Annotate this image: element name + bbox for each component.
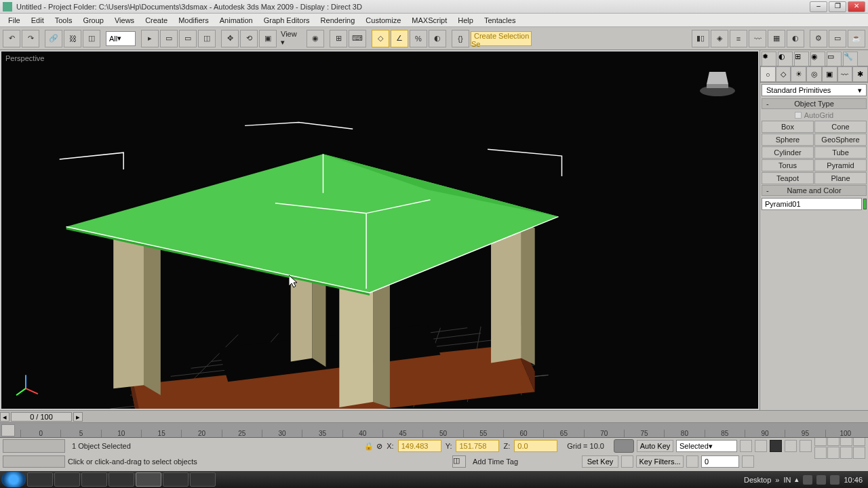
undo-button[interactable]: ↶: [3, 30, 20, 47]
teapot-button[interactable]: Teapot: [762, 172, 814, 184]
spinner-snap-button[interactable]: ◐: [429, 30, 446, 47]
viewcube[interactable]: [697, 64, 738, 98]
track-bar-button[interactable]: [1, 424, 15, 436]
fov-button[interactable]: [814, 447, 827, 459]
lock-icon[interactable]: 🔒: [364, 442, 374, 451]
maximize-viewport-button[interactable]: [853, 447, 865, 459]
rotate-button[interactable]: ⟲: [240, 30, 258, 47]
redo-button[interactable]: ↷: [22, 30, 39, 47]
time-config-button[interactable]: [742, 455, 754, 468]
taskbar-app2-icon[interactable]: [190, 472, 216, 487]
taskbar-3dsmax-icon[interactable]: [136, 472, 161, 487]
render-setup-button[interactable]: ⚙: [810, 30, 827, 47]
select-button[interactable]: ▸: [141, 30, 159, 47]
tray-volume-icon[interactable]: [830, 475, 840, 485]
x-coord-input[interactable]: [398, 440, 441, 452]
menu-maxscript[interactable]: MAXScript: [406, 15, 452, 26]
menu-edit[interactable]: Edit: [26, 15, 50, 26]
key-mode-dropdown[interactable]: Selected ▾: [676, 440, 737, 452]
move-button[interactable]: ✥: [221, 30, 239, 47]
manipulate-button[interactable]: ⊞: [330, 30, 347, 47]
panel-hierarchy-tab[interactable]: ⊞: [794, 52, 809, 66]
goto-start-button[interactable]: [740, 440, 752, 452]
cone-button[interactable]: Cone: [814, 121, 867, 133]
systems-tab[interactable]: ✱: [852, 66, 868, 82]
time-prev-button[interactable]: ◂: [0, 412, 9, 422]
menu-group[interactable]: Group: [77, 15, 109, 26]
add-time-tag-button[interactable]: Add Time Tag: [469, 458, 522, 466]
render-frame-button[interactable]: ▭: [829, 30, 846, 47]
play-button[interactable]: [770, 440, 782, 452]
category-dropdown[interactable]: Standard Primitives▾: [762, 84, 867, 96]
window-crossing-button[interactable]: ◫: [198, 30, 216, 47]
time-slider[interactable]: ◂ 0 / 100 ▸: [0, 411, 868, 423]
cameras-tab[interactable]: ◎: [806, 66, 822, 82]
snap-toggle-button[interactable]: ◇: [372, 30, 389, 47]
menu-customize[interactable]: Customize: [360, 15, 406, 26]
edit-named-sel-button[interactable]: {}: [452, 30, 469, 47]
object-name-input[interactable]: [762, 198, 862, 210]
angle-snap-button[interactable]: ∠: [391, 30, 408, 47]
percent-snap-button[interactable]: %: [410, 30, 427, 47]
name-color-rollout[interactable]: -Name and Color: [762, 185, 867, 196]
selection-lock-icon[interactable]: ⊘: [376, 442, 382, 451]
select-name-button[interactable]: ▭: [160, 30, 178, 47]
prev-frame-button[interactable]: [755, 440, 767, 452]
menu-create[interactable]: Create: [140, 15, 173, 26]
shapes-tab[interactable]: ◇: [776, 66, 791, 82]
object-type-rollout[interactable]: -Object Type: [762, 98, 867, 109]
taskbar-explorer-icon[interactable]: [27, 472, 53, 487]
unlink-button[interactable]: ⛓: [64, 30, 81, 47]
minimize-button[interactable]: –: [810, 1, 827, 12]
tray-chevron-icon[interactable]: »: [775, 476, 779, 484]
clock[interactable]: 10:46: [844, 476, 863, 484]
menu-rendering[interactable]: Rendering: [315, 15, 361, 26]
tray-up-icon[interactable]: ▴: [795, 475, 799, 484]
orbit-button[interactable]: [840, 447, 852, 459]
scale-button[interactable]: ▣: [259, 30, 277, 47]
script-listener-box[interactable]: [3, 455, 65, 468]
menu-graph-editors[interactable]: Graph Editors: [258, 15, 315, 26]
set-key-button[interactable]: Set Key: [582, 455, 618, 468]
menu-tentacles[interactable]: Tentacles: [479, 15, 521, 26]
time-slider-handle[interactable]: 0 / 100: [11, 412, 72, 422]
close-button[interactable]: ✕: [848, 1, 865, 12]
reference-coord-dropdown[interactable]: View ▾: [278, 30, 305, 47]
panel-motion-tab[interactable]: ◉: [810, 52, 825, 66]
sphere-button[interactable]: Sphere: [762, 134, 814, 146]
material-editor-button[interactable]: ◐: [787, 30, 804, 47]
box-button[interactable]: Box: [762, 121, 814, 133]
tube-button[interactable]: Tube: [814, 146, 867, 159]
pivot-button[interactable]: ◉: [307, 30, 324, 47]
panel-modify-tab[interactable]: ◐: [778, 52, 793, 66]
spacewarps-tab[interactable]: 〰: [837, 66, 853, 82]
viewport[interactable]: Perspective: [0, 50, 760, 410]
z-coord-input[interactable]: [514, 440, 557, 452]
tray-network-icon[interactable]: [816, 475, 826, 485]
panel-utilities-tab[interactable]: 🔧: [843, 52, 858, 66]
menu-tools[interactable]: Tools: [50, 15, 78, 26]
autogrid-checkbox[interactable]: AutoGrid: [760, 110, 868, 121]
pyramid-button[interactable]: Pyramid: [814, 159, 867, 171]
auto-key-button[interactable]: Auto Key: [637, 440, 673, 452]
menu-modifiers[interactable]: Modifiers: [173, 15, 214, 26]
plane-button[interactable]: Plane: [814, 172, 867, 184]
mirror-button[interactable]: ▮▯: [692, 30, 709, 47]
set-key-icon[interactable]: [621, 455, 633, 468]
panel-display-tab[interactable]: ▭: [827, 52, 842, 66]
bind-button[interactable]: ◫: [83, 30, 100, 47]
object-color-swatch[interactable]: [863, 199, 867, 209]
select-region-button[interactable]: ▭: [179, 30, 197, 47]
render-button[interactable]: ☕: [848, 30, 865, 47]
torus-button[interactable]: Torus: [762, 159, 814, 171]
time-tag-icon[interactable]: ◫: [452, 455, 466, 468]
next-frame-button[interactable]: [785, 440, 797, 452]
taskbar-firefox-icon[interactable]: [81, 472, 107, 487]
named-selection-input[interactable]: Create Selection Se: [471, 31, 532, 46]
key-filters-button[interactable]: Key Filters...: [636, 455, 684, 468]
cylinder-button[interactable]: Cylinder: [762, 146, 814, 159]
goto-end-button[interactable]: [800, 440, 812, 452]
menu-file[interactable]: File: [3, 15, 26, 26]
key-mode-button[interactable]: [686, 455, 698, 468]
helpers-tab[interactable]: ▣: [822, 66, 837, 82]
